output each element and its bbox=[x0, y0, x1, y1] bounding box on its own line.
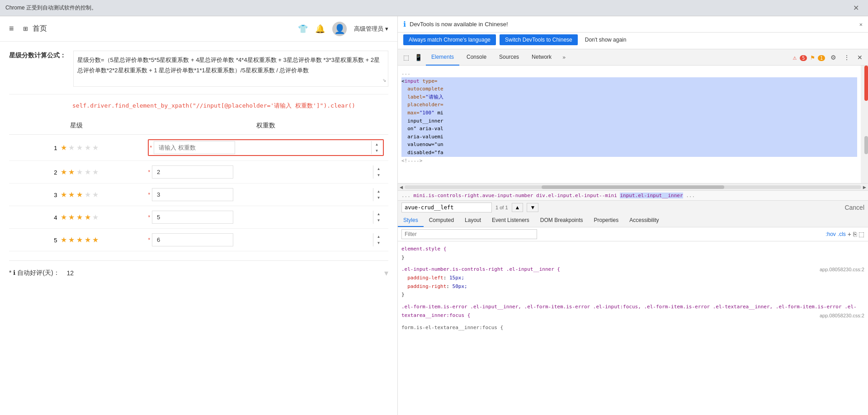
star-filled: ★ bbox=[85, 236, 91, 244]
expand-icon[interactable]: ▾ bbox=[384, 268, 388, 278]
settings-button[interactable]: ⚙ bbox=[829, 53, 838, 62]
scroll-right-btn[interactable]: ▶ bbox=[863, 184, 866, 190]
navigation-bar: ≡ ⊞ 首页 👕 🔔 👤 高级管理员 ▾ bbox=[0, 16, 397, 42]
style-selector-form-error: .el-form-item.is-error .el-input__inner,… bbox=[401, 303, 864, 320]
home-label[interactable]: 首页 bbox=[33, 24, 47, 33]
tab-layout[interactable]: Layout bbox=[459, 214, 486, 227]
hov-filter-label[interactable]: :hov bbox=[826, 231, 836, 237]
weight-input-3[interactable] bbox=[152, 188, 233, 201]
tab-event-listeners[interactable]: Event Listeners bbox=[486, 214, 535, 227]
star-filled: ★ bbox=[68, 213, 75, 221]
devtools-close-button[interactable]: ✕ bbox=[855, 53, 864, 62]
breadcrumb-item-3[interactable]: input.el-input__inner bbox=[620, 193, 683, 198]
style-block-element: element.style { } bbox=[401, 245, 864, 262]
find-prev-button[interactable]: ▲ bbox=[512, 203, 524, 212]
tab-elements[interactable]: Elements bbox=[426, 49, 459, 66]
spinner-down-5[interactable]: ▼ bbox=[373, 240, 384, 247]
find-next-button[interactable]: ▼ bbox=[527, 203, 538, 212]
notification-close-button[interactable]: ✕ bbox=[859, 21, 863, 28]
scroll-left-btn[interactable]: ◀ bbox=[400, 184, 403, 190]
style-block-form-error: .el-form-item.is-error .el-input__inner,… bbox=[401, 303, 864, 320]
dom-tree[interactable]: ... <input type= autocomplete label="请输入… bbox=[398, 66, 861, 183]
dont-show-again-button[interactable]: Don't show again bbox=[581, 34, 630, 45]
add-style-button[interactable]: + bbox=[848, 231, 851, 238]
formula-section: 星级分数计算公式： 星级分数=（5星总评价单数*5*5星权重系数 + 4星总评价… bbox=[9, 51, 388, 94]
spinner-down-3[interactable]: ▼ bbox=[373, 195, 384, 202]
resize-handle[interactable]: ⇘ bbox=[382, 76, 386, 85]
switch-devtools-button[interactable]: Switch DevTools to Chinese bbox=[500, 34, 578, 45]
find-cancel-button[interactable]: Cancel bbox=[844, 204, 864, 211]
dom-dots-top: ... bbox=[401, 69, 857, 77]
table-row: 4 ★ ★ ★ ★ ★ * ▲ bbox=[9, 206, 388, 229]
more-options-button[interactable]: ⋮ bbox=[842, 53, 852, 62]
grid-icon[interactable]: ⊞ bbox=[23, 25, 28, 32]
spinner-up-5[interactable]: ▲ bbox=[373, 233, 384, 240]
weight-input-4[interactable] bbox=[152, 211, 233, 224]
toggle-styles-button[interactable]: ⬚ bbox=[859, 231, 864, 238]
tab-dom-breakpoints[interactable]: DOM Breakpoints bbox=[535, 214, 589, 227]
star-filled: ★ bbox=[68, 236, 75, 244]
style-block-input-number: .el-input-number.is-controls-right .el-i… bbox=[401, 265, 864, 299]
auto-review-section: * ℹ 自动好评(天)： 12 ▾ bbox=[9, 260, 388, 285]
chrome-title-bar: Chrome 正受到自动测试软件的控制。 ✕ bbox=[0, 0, 868, 16]
avatar: 👤 bbox=[332, 22, 347, 36]
formula-label: 星级分数计算公式： bbox=[9, 51, 66, 60]
devtools-toolbar-right: ⚠ 5 ⚑ 1 ⚙ ⋮ ✕ bbox=[793, 53, 864, 62]
tab-computed[interactable]: Computed bbox=[424, 214, 459, 227]
horizontal-scrollbar[interactable]: ◀ ▶ bbox=[398, 183, 868, 190]
devtools-panel: ℹ DevTools is now available in Chinese! … bbox=[398, 16, 868, 415]
find-input[interactable] bbox=[401, 203, 492, 212]
spinner-up-1[interactable]: ▲ bbox=[372, 141, 382, 148]
col-header-star: 星级 bbox=[9, 117, 143, 135]
style-closing-element: } bbox=[401, 254, 864, 262]
scrollbar-track[interactable] bbox=[405, 185, 861, 189]
inspect-element-button[interactable]: ⬚ bbox=[401, 53, 411, 62]
chrome-close-button[interactable]: ✕ bbox=[853, 4, 859, 12]
spinner-2: ▲ ▼ bbox=[373, 165, 384, 179]
tab-properties[interactable]: Properties bbox=[589, 214, 624, 227]
spinner-up-4[interactable]: ▲ bbox=[373, 211, 384, 217]
tab-console[interactable]: Console bbox=[461, 49, 492, 66]
cls-filter-label[interactable]: .cls bbox=[838, 231, 846, 237]
spinner-down-2[interactable]: ▼ bbox=[373, 172, 384, 179]
star-rating-1: 1 ★ ★ ★ ★ ★ bbox=[9, 135, 143, 161]
dom-comment-end: <!----> bbox=[401, 157, 857, 165]
weight-input-1[interactable] bbox=[154, 141, 235, 154]
spinner-4: ▲ ▼ bbox=[373, 211, 384, 224]
styles-filter-actions: :hov .cls + ⎘ ⬚ bbox=[826, 231, 864, 238]
more-tabs-button[interactable]: » bbox=[559, 54, 569, 61]
weight-input-5[interactable] bbox=[152, 233, 233, 246]
menu-icon[interactable]: ≡ bbox=[9, 24, 14, 33]
user-label[interactable]: 高级管理员 ▾ bbox=[354, 25, 388, 33]
dom-scrollbar[interactable] bbox=[861, 66, 868, 183]
tab-sources[interactable]: Sources bbox=[494, 49, 524, 66]
always-match-button[interactable]: Always match Chrome's language bbox=[403, 34, 496, 45]
breadcrumb-item-1[interactable]: mini.is-controls-right.avue-input-number bbox=[414, 193, 533, 198]
tab-accessibility[interactable]: Accessibility bbox=[624, 214, 664, 227]
weight-cell-5: * ▲ ▼ bbox=[143, 229, 388, 251]
styles-filter-input[interactable] bbox=[401, 229, 537, 239]
tab-styles[interactable]: Styles bbox=[398, 214, 424, 227]
dom-highlighted-node[interactable]: <input type= autocomplete label="请输入 pla… bbox=[401, 77, 857, 157]
device-emulation-button[interactable]: 📱 bbox=[413, 53, 424, 62]
shirt-icon[interactable]: 👕 bbox=[298, 24, 308, 34]
formula-content: 星级分数=（5星总评价单数*5*5星权重系数 + 4星总评价单数 *4*4星权重… bbox=[73, 51, 388, 87]
weight-input-2[interactable] bbox=[152, 165, 233, 179]
devtools-notification: ℹ DevTools is now available in Chinese! … bbox=[398, 16, 868, 33]
spinner-down-1[interactable]: ▼ bbox=[372, 148, 382, 155]
spinner-down-4[interactable]: ▼ bbox=[373, 217, 384, 224]
spinner-up-3[interactable]: ▲ bbox=[373, 188, 384, 195]
star-empty: ★ bbox=[85, 168, 91, 176]
bell-icon[interactable]: 🔔 bbox=[315, 24, 325, 34]
dom-scrollbar-thumb[interactable] bbox=[864, 136, 868, 154]
spinner-up-2[interactable]: ▲ bbox=[373, 165, 384, 172]
breadcrumb-item-2[interactable]: div.el-input.el-input--mini bbox=[536, 193, 617, 198]
star-empty: ★ bbox=[85, 191, 91, 198]
content-area: 星级分数计算公式： 星级分数=（5星总评价单数*5*5星权重系数 + 4星总评价… bbox=[0, 42, 397, 415]
star-filled: ★ bbox=[68, 191, 75, 198]
copy-styles-button[interactable]: ⎘ bbox=[853, 231, 857, 238]
style-selector-element: element.style { bbox=[401, 245, 864, 254]
tab-network[interactable]: Network bbox=[526, 49, 557, 66]
notification-buttons-row: Always match Chrome's language Switch De… bbox=[398, 33, 868, 49]
table-row: 3 ★ ★ ★ ★ ★ * ▲ bbox=[9, 184, 388, 206]
